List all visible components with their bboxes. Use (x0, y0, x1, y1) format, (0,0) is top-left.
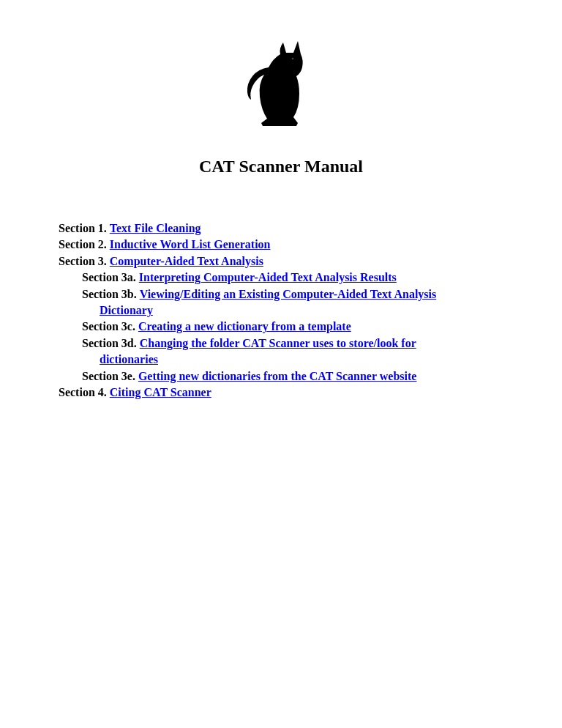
link-changing-folder-cont[interactable]: dictionaries (100, 353, 158, 365)
link-citing-cat-scanner[interactable]: Citing CAT Scanner (110, 386, 211, 398)
section-label: Section 3d. (82, 337, 137, 349)
toc-section-3c: Section 3c. Creating a new dictionary fr… (59, 319, 503, 335)
table-of-contents: Section 1. Text File Cleaning Section 2.… (59, 220, 503, 401)
toc-section-3e: Section 3e. Getting new dictionaries fro… (59, 368, 503, 385)
toc-section-3b-continue: Dictionary (59, 302, 503, 319)
link-viewing-editing-dictionary-cont[interactable]: Dictionary (100, 304, 153, 316)
toc-section-3d-continue: dictionaries (59, 352, 503, 368)
document-header: CAT Scanner Manual (59, 37, 503, 177)
toc-section-3b: Section 3b. Viewing/Editing an Existing … (59, 286, 503, 302)
section-label: Section 3a. (82, 271, 136, 283)
link-creating-new-dictionary[interactable]: Creating a new dictionary from a templat… (138, 320, 351, 333)
section-label: Section 3. (59, 255, 107, 267)
section-label: Section 3b. (82, 288, 137, 300)
link-inductive-word-list[interactable]: Inductive Word List Generation (110, 238, 271, 250)
link-computer-aided-text-analysis[interactable]: Computer-Aided Text Analysis (110, 255, 263, 267)
section-label: Section 2. (59, 238, 107, 250)
toc-section-1: Section 1. Text File Cleaning (59, 220, 503, 237)
section-label: Section 4. (59, 386, 107, 398)
section-label: Section 3c. (82, 320, 135, 333)
link-viewing-editing-dictionary[interactable]: Viewing/Editing an Existing Computer-Aid… (140, 288, 437, 300)
link-getting-new-dictionaries[interactable]: Getting new dictionaries from the CAT Sc… (138, 370, 417, 382)
section-label: Section 1. (59, 222, 107, 234)
document-page: CAT Scanner Manual Section 1. Text File … (0, 0, 562, 437)
toc-section-4: Section 4. Citing CAT Scanner (59, 385, 503, 401)
cat-icon (241, 37, 321, 135)
toc-section-3d: Section 3d. Changing the folder CAT Scan… (59, 335, 503, 352)
document-title: CAT Scanner Manual (59, 157, 503, 177)
section-label: Section 3e. (82, 370, 135, 382)
link-changing-folder[interactable]: Changing the folder CAT Scanner uses to … (140, 337, 416, 349)
link-interpreting-results[interactable]: Interpreting Computer-Aided Text Analysi… (139, 271, 397, 283)
toc-section-3a: Section 3a. Interpreting Computer-Aided … (59, 270, 503, 286)
link-text-file-cleaning[interactable]: Text File Cleaning (110, 222, 201, 234)
toc-section-3: Section 3. Computer-Aided Text Analysis (59, 253, 503, 270)
toc-section-2: Section 2. Inductive Word List Generatio… (59, 237, 503, 253)
